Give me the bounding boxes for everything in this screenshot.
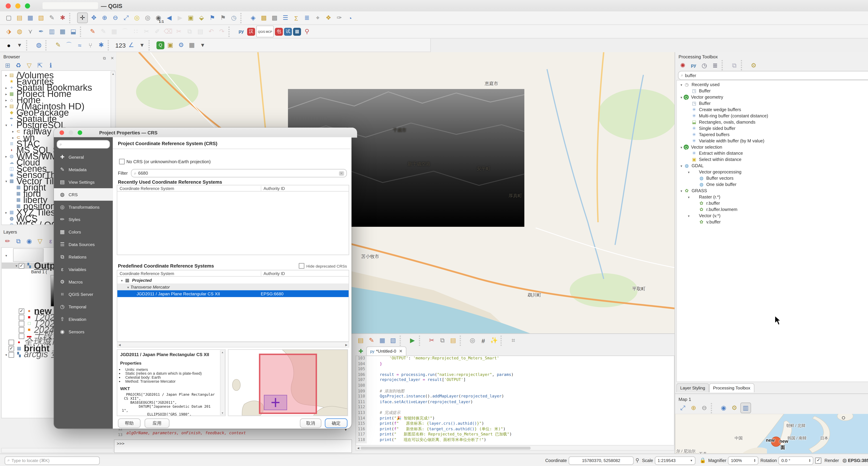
paste-icon[interactable]: ▤	[196, 27, 205, 36]
layer-visibility-checkbox[interactable]	[19, 321, 25, 327]
layers-add-group-icon[interactable]: ⧉	[13, 236, 23, 246]
expander-icon[interactable]: ▸	[4, 154, 8, 158]
console-new-tab-icon[interactable]: ✚	[356, 346, 366, 356]
map1-zoom-out-icon[interactable]: ⊖	[700, 403, 709, 413]
zoom-window-button[interactable]	[25, 3, 30, 8]
layers-filter-icon[interactable]: ▽	[35, 236, 45, 246]
layers-panel-hscrollbar[interactable]	[1, 448, 114, 453]
redo-icon[interactable]: ↷	[217, 27, 227, 36]
delete-icon[interactable]: ⌫	[163, 27, 173, 36]
browser-refresh-icon[interactable]: ♻	[13, 60, 23, 70]
code-editor-hscrollbar[interactable]: ◀	[355, 445, 675, 451]
add-vector-icon[interactable]: ◍	[15, 27, 25, 36]
split-icon[interactable]: ⑂	[86, 40, 95, 50]
toolbox-item-v-buffer[interactable]: ✿v.buffer	[677, 219, 868, 225]
tab-processing-toolbox[interactable]: Processing Toolbox	[709, 383, 754, 392]
console-paste-icon[interactable]: ▤	[448, 336, 458, 345]
predefined-crs-table[interactable]: Coordinate Reference System Authority ID…	[117, 270, 349, 342]
expander-icon[interactable]: ▸	[4, 223, 8, 225]
render-checkbox[interactable]: ✓	[815, 457, 822, 463]
toolbox-item-r-buffer-lowmem[interactable]: ✿r.buffer.lowmem	[677, 207, 868, 213]
expander-icon[interactable]: ▾	[4, 123, 8, 127]
toolbox-item-buffer-vectors[interactable]: ◍Buffer vectors	[677, 175, 868, 181]
layer-visibility-checkbox[interactable]	[8, 339, 14, 345]
layers-style-icon[interactable]: ✏	[3, 236, 12, 246]
toolbox-search-field[interactable]: ⌕ buffer ⊗	[678, 71, 868, 80]
plugin-red-icon[interactable]: 汉	[247, 27, 255, 35]
expander-icon[interactable]: ▸	[4, 104, 8, 108]
expander-icon[interactable]: ▸	[4, 210, 8, 214]
pan-map-icon[interactable]: ✛	[77, 12, 88, 23]
toolbox-results-icon[interactable]: ≣	[710, 60, 720, 70]
annotation-icon[interactable]: ✑	[335, 13, 344, 23]
toolbox-item-buffer[interactable]: ◳Buffer	[677, 88, 868, 94]
bookmark-edit-icon[interactable]: ⚑	[218, 13, 228, 23]
toolbox-item-extract-within-distance[interactable]: ✳Extract within distance	[677, 150, 868, 156]
dropdown-caret-icon[interactable]: ▾	[15, 40, 25, 50]
pan-selection-icon[interactable]: ✥	[89, 13, 99, 23]
dialog-nav-qgis-server[interactable]: ⌗QGIS Server	[54, 288, 113, 301]
plugin-pin-icon[interactable]: ⚲	[302, 27, 312, 36]
minimize-window-button[interactable]	[15, 3, 20, 8]
dialog-apply-button[interactable]: 应用	[145, 418, 169, 428]
new-project-icon[interactable]: ▢	[4, 13, 14, 23]
open-project-icon[interactable]: ▤	[15, 13, 25, 23]
map1-zoom-in-icon[interactable]: ⊕	[689, 403, 699, 413]
plugin-mail-icon[interactable]: 包	[275, 27, 283, 35]
dialog-nav-data-sources[interactable]: ☰Data Sources	[54, 238, 113, 251]
scale-select[interactable]: 1:219543▼	[655, 456, 695, 465]
layer-visibility-checkbox[interactable]: ✓	[19, 263, 25, 269]
identify-icon[interactable]: ◈	[248, 13, 258, 23]
dialog-titlebar[interactable]: Project Properties — CRS	[54, 128, 357, 138]
toolbox-item-recently-used[interactable]: ▾◷Recently used	[677, 82, 868, 88]
expander-icon[interactable]: ▸	[4, 86, 8, 90]
zoom-selection-icon[interactable]: ◎	[132, 13, 142, 23]
crs-info-scrollbar[interactable]: ▲▼	[220, 350, 225, 415]
console-find-icon[interactable]: ◎	[468, 336, 477, 345]
console-cut-icon[interactable]: ✂	[427, 336, 437, 345]
dialog-nav-search[interactable]: ⌕	[57, 140, 110, 149]
dialog-zoom-button[interactable]	[78, 130, 82, 134]
toolbox-item-raster-r-[interactable]: ▾Raster (r.*)	[677, 194, 868, 200]
osm-icon[interactable]: ▣	[165, 40, 175, 50]
console-copy-icon[interactable]: ⧉	[438, 336, 447, 345]
toolbox-item-select-within-distance[interactable]: ▣Select within distance	[677, 156, 868, 163]
advanced-digitize-icon[interactable]: 123	[116, 40, 125, 50]
browser-item-postgresql[interactable]: ▾◗PostgreSQL	[2, 122, 115, 128]
layer-visibility-checkbox[interactable]	[19, 333, 25, 339]
console-save-icon[interactable]: ▦	[378, 336, 387, 345]
console-editor-tab[interactable]: py *Untitled-0 ✕	[366, 346, 407, 355]
snap-icon[interactable]: ✱	[96, 40, 106, 50]
clear-filter-icon[interactable]: ✕	[339, 171, 344, 175]
add-postgis-icon[interactable]: ▥	[47, 27, 57, 36]
magnifier-spinner[interactable]: 100%▲▼	[728, 456, 758, 465]
add-virtual-icon[interactable]: ⬓	[69, 27, 78, 36]
dialog-cancel-button[interactable]: 取消	[300, 418, 321, 428]
toolbox-item-variable-width-buffer-by-m-value-[interactable]: ✳Variable width buffer (by M value)	[677, 138, 868, 144]
statusbar-epsg[interactable]: EPSG:3857	[848, 458, 868, 463]
zoom-full-icon[interactable]: ⤢	[121, 13, 131, 23]
zoom-next-icon[interactable]: ▶	[175, 13, 185, 23]
crs-globe-icon[interactable]: ◍	[842, 458, 847, 463]
dialog-help-button[interactable]: 帮助	[118, 418, 141, 428]
toolbox-item-multi-ring-buffer-constant-distance-[interactable]: ✳Multi-ring buffer (constant distance)	[677, 113, 868, 119]
toolbox-item-single-sided-buffer[interactable]: ✳Single sided buffer	[677, 125, 868, 132]
console-tab-close-icon[interactable]: ✕	[399, 349, 403, 354]
toolbox-item-vector-geometry[interactable]: ▾QVector geometry	[677, 94, 868, 100]
stream-icon[interactable]: ≈	[75, 40, 85, 50]
browser-close-icon[interactable]: ✕	[111, 56, 114, 60]
dialog-nav-transformations[interactable]: ◎Transformations	[54, 201, 113, 213]
layer-visibility-checkbox[interactable]	[19, 314, 25, 320]
lock-scale-icon[interactable]: 🔒	[700, 458, 706, 463]
console-run-icon[interactable]: ▶	[408, 336, 417, 345]
crs-row-projected[interactable]: ▾▦Projected	[117, 277, 349, 283]
plugin-grid-icon[interactable]: ▦	[293, 27, 301, 35]
azimuth-icon[interactable]: ∠	[126, 40, 136, 50]
no-crs-checkbox[interactable]	[119, 159, 125, 164]
console-saveas-icon[interactable]: ▧	[389, 336, 398, 345]
dialog-close-button[interactable]	[60, 130, 64, 134]
map1-overview-map[interactable]: 中国朝鲜 / 北韓韩国 / 南韓日本尔 / 尼泊尔不丹newnew面	[675, 414, 868, 454]
layout-manager-icon[interactable]: ✎	[47, 13, 57, 23]
crs-filter-input[interactable]: ⌕ 6680 ✕	[131, 169, 347, 178]
expander-icon[interactable]: ▸	[4, 98, 8, 102]
